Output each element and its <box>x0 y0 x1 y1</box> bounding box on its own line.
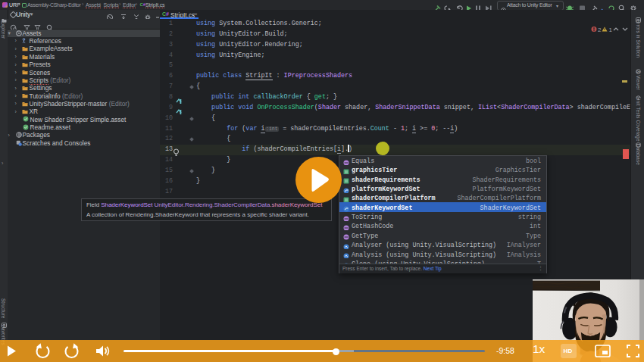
svg-text:1: 1 <box>609 27 613 33</box>
svg-text:2: 2 <box>598 27 602 33</box>
